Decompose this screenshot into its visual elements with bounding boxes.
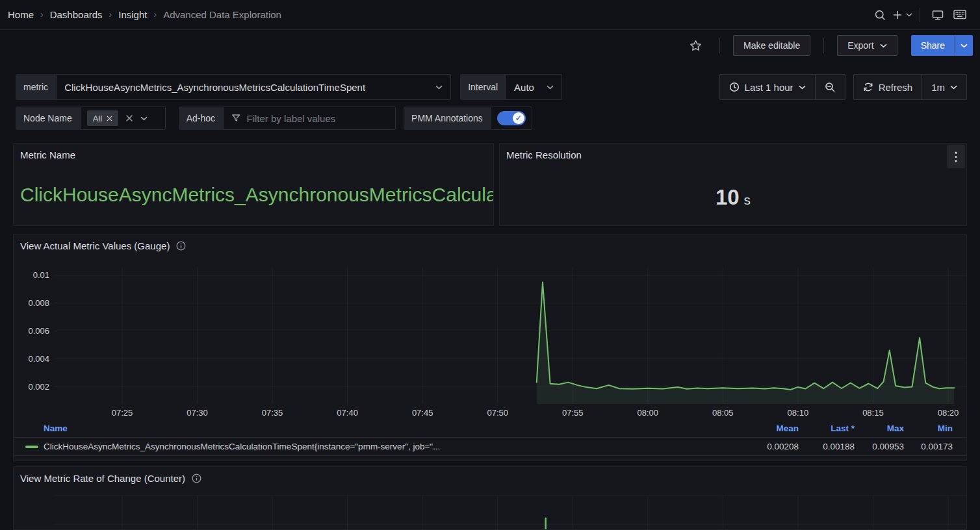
make-editable-button[interactable]: Make editable [733,35,810,56]
metric-name-panel-title[interactable]: Metric Name [14,144,83,160]
metric-variable: metric ClickHouseAsyncMetrics_Asynchrono… [16,74,451,100]
svg-text:07:30: 07:30 [187,408,208,418]
divider [823,38,824,53]
plus-icon [892,10,903,20]
legend-header: Name MeanLast *MaxMin [14,419,966,437]
refresh-button[interactable]: Refresh [854,75,922,99]
legend-stat-header[interactable]: Max [855,423,904,433]
legend-row: ClickHouseAsyncMetrics_AsynchronousMetri… [14,437,966,456]
svg-text:08:00: 08:00 [638,408,659,418]
gauge-chart-panel: View Actual Metric Values (Gauge) 0.0020… [13,234,967,461]
legend-series-name[interactable]: ClickHouseAsyncMetrics_AsynchronousMetri… [44,442,747,451]
add-new-button[interactable] [891,5,913,25]
breadcrumb-insight[interactable]: Insight [118,9,147,20]
pmm-annotations-toggle-box: ✓ [491,107,532,130]
export-button[interactable]: Export [837,35,897,56]
gauge-legend: Name MeanLast *MaxMin ClickHouseAsyncMet… [14,419,966,456]
legend-stat-value: 0.00188 [799,442,855,451]
interval-variable-label: Interval [460,74,506,100]
node-name-label: Node Name [16,107,80,130]
clock-icon [729,82,740,92]
svg-text:07:25: 07:25 [112,408,133,418]
node-name-variable: Node Name All [16,107,166,130]
metric-resolution-panel: Metric Resolution 10s [499,143,967,226]
favorite-star-icon[interactable] [684,35,706,56]
filter-funnel-icon [231,113,240,123]
node-name-select[interactable]: All [80,107,166,130]
svg-text:0.006: 0.006 [28,326,49,336]
legend-stat-header[interactable]: Mean [747,423,799,433]
svg-text:0.008: 0.008 [28,298,49,308]
pmm-annotations-label: PMM Annotations [404,107,491,130]
info-icon[interactable] [192,473,201,483]
top-nav: Home › Dashboards › Insight › Advanced D… [0,0,980,30]
toggle-check-icon: ✓ [513,112,524,124]
metric-resolution-panel-title[interactable]: Metric Resolution [500,144,589,160]
svg-text:07:50: 07:50 [487,408,508,418]
metric-name-panel: Metric Name ClickHouseAsyncMetrics_Async… [13,143,494,226]
svg-text:07:35: 07:35 [262,408,283,418]
time-range-picker[interactable]: Last 1 hour [720,75,815,99]
metric-variable-label: metric [16,74,56,100]
adhoc-filter-label: Ad-hoc [179,107,223,130]
nav-actions [869,5,971,25]
breadcrumb-home[interactable]: Home [8,9,34,20]
legend-stat-value: 0.00208 [747,442,799,451]
breadcrumb-current-page: Advanced Data Exploration [163,9,281,20]
chevron-down-icon [547,85,554,90]
adhoc-filter-input[interactable] [247,113,388,124]
breadcrumb-dashboards[interactable]: Dashboards [50,9,103,20]
clear-selection-icon[interactable] [125,114,133,122]
refresh-group: Refresh 1m [853,74,967,100]
legend-stat-value: 0.00173 [904,442,953,451]
panel-menu-kebab-icon[interactable] [947,145,965,168]
time-picker-group: Last 1 hour [719,74,845,100]
chevron-down-icon [140,116,148,121]
chevron-down-icon [950,85,957,90]
zoom-out-time-button[interactable] [816,75,845,99]
metric-resolution-value: 10s [500,185,966,210]
legend-stat-header[interactable]: Last * [799,423,855,433]
gauge-chart-plot[interactable]: 0.0020.0040.0060.0080.0107:2507:3007:350… [14,234,967,420]
breadcrumb-separator: › [153,9,157,19]
zoom-out-icon [825,82,836,93]
gauge-panel-title[interactable]: View Actual Metric Values (Gauge) [14,234,194,251]
breadcrumb-separator: › [40,9,44,19]
pmm-annotations-control: PMM Annotations ✓ [404,107,532,130]
interval-variable-select[interactable]: Auto [506,74,562,100]
refresh-icon [863,82,873,92]
share-split-button: Share [911,35,973,56]
svg-text:07:45: 07:45 [412,408,433,418]
svg-text:08:15: 08:15 [862,408,884,418]
legend-column-name[interactable]: Name [44,423,68,433]
svg-text:08:05: 08:05 [712,408,734,418]
svg-text:08:10: 08:10 [788,408,809,418]
node-name-chip-all[interactable]: All [87,110,118,126]
breadcrumb-separator: › [109,9,112,19]
counter-panel-title[interactable]: View Metric Rate of Change (Counter) [14,467,209,484]
svg-text:08:20: 08:20 [938,408,959,418]
metric-name-value: ClickHouseAsyncMetrics_AsynchronousMetri… [20,184,493,206]
divider [920,8,920,22]
kiosk-mode-icon[interactable] [927,5,949,25]
pmm-annotations-toggle[interactable]: ✓ [497,111,526,125]
refresh-interval-select[interactable]: 1m [922,75,966,99]
dashboard-page: Home › Dashboards › Insight › Advanced D… [0,0,980,530]
adhoc-filter-box [223,107,396,130]
svg-text:07:40: 07:40 [337,408,358,418]
interval-variable: Interval Auto [460,74,562,100]
chevron-down-icon [799,85,806,90]
search-icon[interactable] [869,5,891,25]
legend-stat-value: 0.00953 [855,442,904,451]
share-button[interactable]: Share [911,35,955,56]
dashboard-toolbar: Make editable Export Share [0,30,980,61]
metric-variable-select[interactable]: ClickHouseAsyncMetrics_AsynchronousMetri… [56,74,451,100]
keyboard-shortcuts-icon[interactable] [949,5,971,25]
remove-tag-icon [107,116,112,121]
chevron-down-icon [961,44,968,48]
svg-text:0.004: 0.004 [28,354,49,364]
variables-row: metric ClickHouseAsyncMetrics_Asynchrono… [0,74,980,100]
share-menu-button[interactable] [955,35,973,56]
info-icon[interactable] [176,241,186,251]
legend-stat-header[interactable]: Min [904,423,953,433]
